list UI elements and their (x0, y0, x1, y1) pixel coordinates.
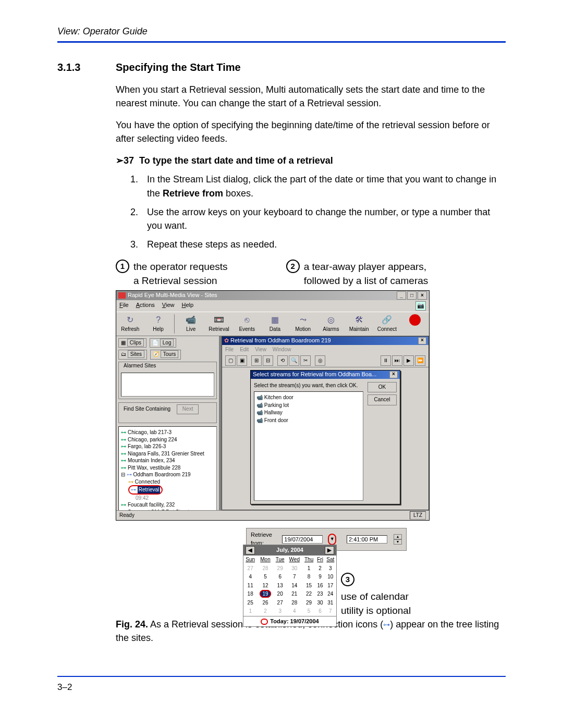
toolbar: ↻Refresh ?Help 📹Live 📼Retrieval ⎋Events … (116, 312, 429, 336)
refresh-button[interactable]: ↻Refresh (118, 314, 142, 334)
stream-dialog: Select streams for Retrieval from Oddham… (250, 370, 400, 505)
ok-button[interactable]: OK (368, 382, 397, 393)
alarmed-sites-list[interactable] (121, 373, 214, 397)
record-button[interactable] (403, 314, 427, 334)
stream-list[interactable]: 📹 Kitchen door 📹 Parking lot 📹 Hallway 📹… (254, 391, 363, 501)
minimize-button[interactable]: _ (397, 291, 406, 300)
footer-rule (57, 676, 506, 677)
right-pane: ✿ Retrieval from Oddham Boardroom 219 × … (219, 336, 429, 520)
paragraph-2: You have the option of specifying the be… (116, 118, 506, 145)
cal-next-button[interactable]: ▶ (325, 546, 334, 554)
status-bar: Ready LTZ (116, 510, 429, 520)
cancel-button[interactable]: Cancel (368, 394, 397, 405)
playback-controls[interactable]: ⏸⏭▶⏩ (381, 355, 425, 366)
help-button[interactable]: ?Help (146, 314, 170, 334)
calendar-today[interactable]: Today: 19/07/2004 (243, 616, 336, 627)
stream-close-button[interactable]: × (389, 371, 398, 378)
step-3: Repeat these steps as needed. (141, 238, 506, 251)
calendar-popup[interactable]: ◀ July, 2004 ▶ SunMonTueWedThuFriSat 272… (243, 545, 337, 627)
live-button[interactable]: 📹Live (179, 314, 203, 334)
menu-help[interactable]: Help (182, 301, 194, 311)
retrieval-menubar[interactable]: File Edit View Window (222, 345, 429, 355)
stream-instruction: Select the stream(s) you want, then clic… (254, 382, 363, 390)
section-title: Specifying the Start Time (116, 61, 241, 73)
retrieval-toolbar[interactable]: ▢▣ ⊞⊟ ⟲🔍✂ ◎ ⏸⏭▶⏩ (222, 354, 429, 367)
date-dropdown-button[interactable]: ▼ (328, 534, 336, 545)
header-rule (57, 41, 506, 43)
menu-view[interactable]: View (162, 301, 175, 311)
site-tree[interactable]: ⊶Chicago, lab 217-3 ⊶Chicago, parking 22… (118, 426, 217, 517)
paragraph-1: When you start a Retrieval session, Mult… (116, 83, 506, 110)
menu-actions[interactable]: Actions (136, 301, 155, 311)
arrow-icon: ➢ (116, 155, 124, 166)
callout-2: 2 a tear-away player appears, followed b… (286, 260, 429, 288)
camera-icon[interactable]: 📷 (415, 301, 426, 311)
cal-prev-button[interactable]: ◀ (246, 546, 255, 554)
alarms-button[interactable]: ◎Alarms (319, 314, 343, 334)
titlebar: Rapid Eye Multi-Media View - Sites _ □ × (116, 291, 429, 300)
callout-1: 1 the operator requests a Retrieval sess… (116, 260, 228, 288)
procedure-title: ➢37 To type the start date and time of a… (116, 154, 506, 167)
retrieval-title: Retrieval from Oddham Boardroom 219 (230, 337, 331, 343)
next-button[interactable]: Next (177, 404, 199, 414)
retrieve-date-input[interactable] (282, 535, 323, 544)
time-spinner[interactable]: ▲▼ (394, 534, 402, 545)
tab-tours[interactable]: 🧭 Tours (150, 350, 181, 360)
page-header: View: Operator Guide (57, 26, 506, 41)
menubar[interactable]: File Actions View Help 📷 (116, 300, 429, 312)
app-icon (118, 292, 126, 299)
retrieve-time-input[interactable] (347, 535, 387, 544)
section-number: 3.1.3 (57, 61, 116, 73)
retrieval-tree-highlight: ⊶ Retrieval (128, 485, 163, 495)
retrieval-button[interactable]: 📼Retrieval (207, 314, 231, 334)
menu-file[interactable]: File (119, 301, 129, 311)
left-pane: ▦ Clips 📄 Log 🗂 Sites 🧭 Tours Alarmed Si… (116, 336, 219, 520)
retrieval-close-button[interactable]: × (418, 337, 426, 344)
connection-icon: ⊶ (383, 620, 390, 630)
retrieval-window: ✿ Retrieval from Oddham Boardroom 219 × … (222, 336, 429, 510)
page-number: 3–2 (57, 682, 506, 693)
app-window: Rapid Eye Multi-Media View - Sites _ □ ×… (116, 290, 430, 521)
connect-button[interactable]: 🔗Connect (375, 314, 399, 334)
tab-log[interactable]: 📄 Log (150, 338, 176, 348)
calendar-month: July, 2004 (276, 546, 303, 554)
step-1: In the Stream List dialog, click the par… (141, 172, 506, 200)
data-button[interactable]: ▦Data (263, 314, 287, 334)
motion-button[interactable]: ⤳Motion (291, 314, 315, 334)
callout-3: 3 use of calendar utility is optional (341, 572, 411, 618)
maintain-button[interactable]: 🛠Maintain (347, 314, 371, 334)
alarmed-sites-label: Alarmed Sites (122, 362, 157, 370)
step-2: Use the arrow keys on your keyboard to c… (141, 205, 506, 232)
find-label: Find Site Containing (122, 405, 172, 413)
close-button[interactable]: × (418, 291, 427, 300)
calendar-selected-day[interactable]: 19 (257, 590, 273, 599)
events-button[interactable]: ⎋Events (235, 314, 259, 334)
maximize-button[interactable]: □ (407, 291, 417, 300)
tab-sites[interactable]: 🗂 Sites (118, 350, 147, 360)
tab-clips[interactable]: ▦ Clips (118, 338, 146, 348)
